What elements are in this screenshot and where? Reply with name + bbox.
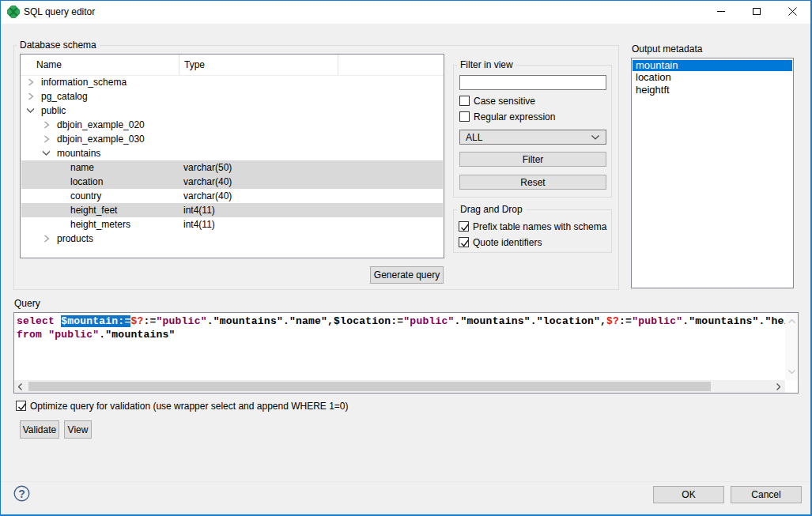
svg-text:?: ? <box>18 488 25 500</box>
